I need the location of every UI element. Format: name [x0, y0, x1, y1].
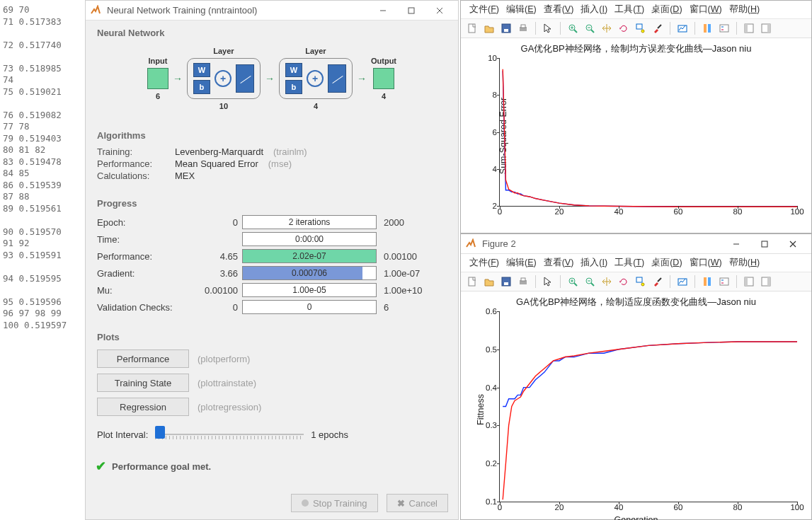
start-value: 0	[200, 217, 242, 228]
link-plot-icon[interactable]	[675, 21, 690, 35]
svg-rect-33	[521, 278, 525, 281]
progress-row-mu: Mu: 0.00100 1.00e-05 1.00e+10	[97, 282, 447, 298]
menu-item[interactable]: 工具(T)	[612, 255, 647, 270]
panel-title: Algorithms	[97, 130, 447, 141]
data-cursor-icon[interactable]	[634, 275, 648, 289]
performance-plot-button[interactable]: Performance	[97, 349, 189, 368]
zoom-in-icon[interactable]	[566, 21, 580, 35]
zoom-out-icon[interactable]	[583, 21, 597, 35]
menu-item[interactable]: 帮助(H)	[726, 255, 762, 270]
menu-item[interactable]: 查看(V)	[541, 2, 577, 17]
svg-line-43	[658, 278, 661, 282]
series-curr	[503, 342, 797, 499]
open-folder-icon[interactable]	[482, 275, 496, 289]
menu-item[interactable]: 桌面(D)	[648, 2, 685, 17]
maximize-button[interactable]	[750, 234, 779, 254]
print-icon[interactable]	[516, 275, 530, 289]
open-folder-icon[interactable]	[482, 21, 496, 35]
brush-icon[interactable]	[651, 21, 665, 35]
menu-item[interactable]: 编辑(E)	[503, 255, 539, 270]
bar-text: 0	[307, 302, 312, 312]
series-best	[503, 71, 797, 207]
colorbar-icon[interactable]	[700, 275, 714, 289]
bar-text: 0.000706	[292, 268, 327, 278]
pan-icon[interactable]	[600, 275, 614, 289]
pointer-icon[interactable]	[541, 21, 555, 35]
data-cursor-icon[interactable]	[634, 21, 648, 35]
activation	[236, 64, 254, 93]
close-button[interactable]	[779, 234, 807, 254]
chart-title: GA优化BP神经网络，绘制均方误差变化曲线—Jason niu	[467, 42, 806, 55]
menu-item[interactable]: 工具(T)	[612, 2, 647, 17]
new-file-icon[interactable]	[465, 275, 479, 289]
check-icon: ✔	[96, 458, 106, 474]
menu-item[interactable]: 桌面(D)	[648, 255, 685, 270]
menu-item[interactable]: 窗口(W)	[687, 2, 725, 17]
minimize-button[interactable]	[369, 1, 397, 21]
menu-item[interactable]: 插入(I)	[578, 255, 610, 270]
save-icon[interactable]	[499, 275, 513, 289]
menu-item[interactable]: 窗口(W)	[687, 255, 725, 270]
svg-line-35	[574, 283, 577, 286]
hidden-layer: Wb +	[187, 58, 261, 99]
cancel-button[interactable]: ✖Cancel	[387, 494, 448, 512]
training-state-plot-button[interactable]: Training State	[97, 374, 189, 392]
hint: (plotperform)	[198, 354, 250, 364]
save-icon[interactable]	[499, 21, 513, 35]
output-size: 4	[382, 92, 386, 100]
plot-interval-slider[interactable]	[155, 427, 304, 441]
hide-plot-tools-icon[interactable]	[742, 21, 756, 35]
menu-item[interactable]: 编辑(E)	[503, 2, 539, 17]
titlebar[interactable]: Neural Network Training (nntraintool)	[86, 1, 458, 21]
chart-plot-area[interactable]: 0.10.20.30.40.50.6020406080100	[499, 311, 797, 502]
pointer-icon[interactable]	[541, 275, 555, 289]
legend-icon[interactable]	[717, 21, 731, 35]
rotate-icon[interactable]	[617, 21, 631, 35]
bar-text: 0:00:00	[295, 234, 324, 244]
hide-plot-tools-icon[interactable]	[742, 275, 756, 289]
separator	[694, 275, 695, 288]
nntraintool-window: Neural Network Training (nntraintool) Ne…	[85, 0, 459, 520]
output-label: Output	[371, 57, 396, 65]
stop-training-button[interactable]: Stop Training	[291, 494, 378, 512]
activation	[328, 64, 346, 93]
colorbar-icon[interactable]	[700, 21, 714, 35]
svg-rect-26	[767, 24, 770, 33]
svg-rect-4	[504, 29, 508, 32]
bias-box: b	[285, 80, 302, 94]
label: Mu:	[97, 285, 200, 296]
menu-item[interactable]: 文件(F)	[467, 255, 502, 270]
close-button[interactable]	[425, 1, 454, 21]
chart-plot-area[interactable]: 246810020406080100	[499, 58, 797, 207]
menu-item[interactable]: 查看(V)	[541, 255, 577, 270]
show-plot-tools-icon[interactable]	[759, 21, 773, 35]
menu-item[interactable]: 帮助(H)	[726, 2, 762, 17]
minimize-button[interactable]	[722, 234, 750, 254]
brush-icon[interactable]	[651, 275, 665, 289]
print-icon[interactable]	[516, 21, 530, 35]
separator	[736, 22, 737, 35]
pan-icon[interactable]	[600, 21, 614, 35]
titlebar[interactable]: Figure 2	[461, 234, 811, 254]
arrow-icon: →	[265, 73, 275, 84]
series-curr	[503, 69, 797, 207]
legend-icon[interactable]	[717, 275, 731, 289]
menu-item[interactable]: 插入(I)	[578, 2, 610, 17]
panel-title: Neural Network	[97, 28, 447, 38]
menu-item[interactable]: 文件(F)	[467, 2, 502, 17]
matlab-icon	[90, 5, 101, 16]
rotate-icon[interactable]	[617, 275, 631, 289]
zoom-in-icon[interactable]	[566, 275, 580, 289]
regression-plot-button[interactable]: Regression	[97, 398, 189, 416]
label: Stop Training	[313, 498, 367, 509]
figure-2-window: Figure 2 文件(F)编辑(E)查看(V)插入(I)工具(T)桌面(D)窗…	[460, 233, 812, 520]
maximize-button[interactable]	[397, 1, 425, 21]
start-value: 3.66	[200, 268, 242, 279]
chart-title: GA优化BP神经网络，绘制适应度函数变化曲线—Jason niu	[467, 296, 806, 308]
cancel-icon: ✖	[397, 498, 405, 509]
show-plot-tools-icon[interactable]	[759, 275, 773, 289]
new-file-icon[interactable]	[465, 21, 479, 35]
link-plot-icon[interactable]	[675, 275, 690, 289]
hint: (plotregression)	[198, 402, 261, 412]
zoom-out-icon[interactable]	[583, 275, 597, 289]
